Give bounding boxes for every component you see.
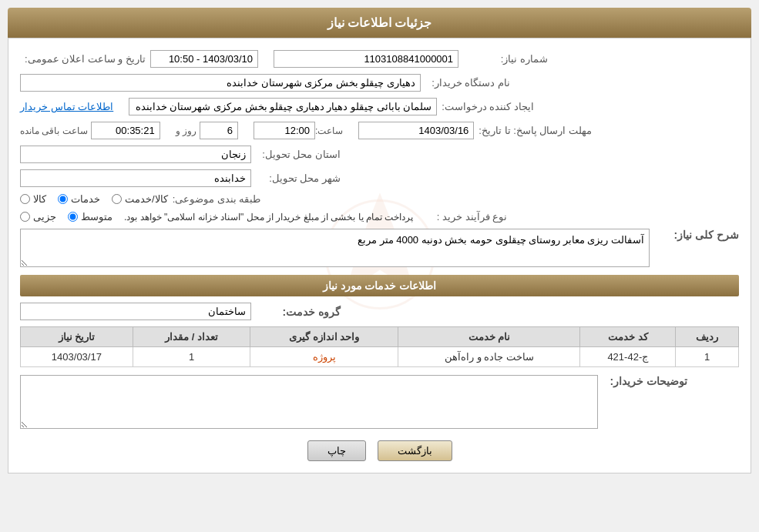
buyer-org-row: نام دستگاه خریدار: [20, 74, 739, 92]
remaining-label: ساعت باقی مانده [20, 125, 88, 136]
purchase-type-label: نوع فرآیند خرید : [422, 211, 507, 223]
buyer-desc-row: توضیحات خریدار: [20, 375, 739, 429]
services-section-label: اطلاعات خدمات مورد نیاز [323, 279, 437, 292]
cell-unit[interactable]: پروژه [250, 347, 398, 367]
need-number-row: شماره نیاز: تاریخ و ساعت اعلان عمومی: [20, 50, 739, 68]
services-section-header: اطلاعات خدمات مورد نیاز [20, 275, 739, 296]
send-time-input [254, 122, 315, 139]
creator-row: ایجاد کننده درخواست: اطلاعات تماس خریدار [20, 98, 739, 115]
buttons-row: بازگشت چاپ [20, 440, 739, 461]
category-label: طبقه بندی موضوعی: [173, 193, 261, 205]
page-header: جزئیات اطلاعات نیاز [8, 8, 751, 38]
description-textarea[interactable]: آسفالت ریزی معابر روستای چیقلوی حومه بخش… [20, 229, 650, 267]
page-title: جزئیات اطلاعات نیاز [327, 16, 432, 29]
back-button[interactable]: بازگشت [378, 440, 452, 461]
announce-datetime-input [150, 50, 258, 68]
cell-date: 1403/03/17 [21, 347, 133, 367]
contact-link[interactable]: اطلاعات تماس خریدار [20, 101, 113, 112]
creator-label: ایجاد کننده درخواست: [442, 101, 534, 112]
buyer-desc-label: توضیحات خریدار: [603, 375, 687, 387]
services-table: ردیف کد خدمت نام خدمت واحد اندازه گیری ت… [20, 326, 739, 367]
purchase-jozii[interactable]: جزیی [20, 211, 56, 223]
category-khadamat-label: خدمات [71, 193, 100, 205]
purchase-jozii-label: جزیی [33, 211, 56, 223]
need-number-label: شماره نیاز: [463, 53, 548, 65]
category-kala-label: کالا [33, 193, 46, 205]
city-row: شهر محل تحویل: [20, 169, 739, 187]
description-label: شرح کلی نیاز: [654, 229, 739, 241]
col-unit: واحد اندازه گیری [250, 327, 398, 347]
purchase-type-radio-group: پرداخت تمام یا بخشی از مبلغ خریدار از مح… [20, 211, 418, 223]
send-date-input [358, 122, 474, 139]
group-input [20, 303, 251, 320]
city-input [20, 169, 251, 187]
cell-qty: 1 [133, 347, 250, 367]
category-khadamat-radio[interactable] [58, 194, 68, 204]
send-time-label: ساعت: [315, 125, 343, 136]
province-row: استان محل تحویل: [20, 146, 739, 163]
province-input [20, 146, 251, 163]
buyer-desc-textarea[interactable] [20, 375, 598, 429]
col-name: نام خدمت [398, 327, 580, 347]
buyer-org-input [20, 74, 421, 92]
purchase-motavaset[interactable]: متوسط [68, 211, 113, 223]
cell-name: ساخت جاده و راه‌آهن [398, 347, 580, 367]
print-button[interactable]: چاپ [307, 440, 366, 461]
category-khadamat[interactable]: خدمات [58, 193, 100, 205]
buyer-org-label: نام دستگاه خریدار: [425, 77, 510, 89]
city-label: شهر محل تحویل: [256, 172, 341, 184]
send-deadline-row: مهلت ارسال پاسخ: تا تاریخ: ساعت: روز و س… [20, 122, 739, 139]
purchase-note: پرداخت تمام یا بخشی از مبلغ خریدار از مح… [124, 212, 413, 223]
send-deadline-label: مهلت ارسال پاسخ: تا تاریخ: [479, 125, 592, 136]
category-radio-group: کالا/خدمت خدمات کالا [20, 193, 168, 205]
purchase-type-row: نوع فرآیند خرید : پرداخت تمام یا بخشی از… [20, 211, 739, 223]
remaining-input [91, 122, 160, 139]
province-label: استان محل تحویل: [256, 149, 341, 160]
purchase-motavaset-label: متوسط [81, 211, 113, 223]
col-date: تاریخ نیاز [21, 327, 133, 347]
need-number-input [274, 50, 458, 68]
description-row: شرح کلی نیاز: آسفالت ریزی معابر روستای چ… [20, 229, 739, 267]
announce-datetime-label: تاریخ و ساعت اعلان عمومی: [25, 53, 146, 65]
table-row: 1 ج-42-421 ساخت جاده و راه‌آهن پروژه 1 1… [21, 347, 739, 367]
purchase-jozii-radio[interactable] [20, 212, 30, 222]
purchase-motavaset-radio[interactable] [68, 212, 78, 222]
creator-input [129, 98, 437, 115]
category-kala-khadamat-label: کالا/خدمت [125, 193, 168, 205]
group-row: گروه خدمت: [20, 303, 739, 320]
category-kala-khadamat[interactable]: کالا/خدمت [112, 193, 168, 205]
group-label: گروه خدمت: [256, 306, 341, 318]
category-kala[interactable]: کالا [20, 193, 46, 205]
col-row: ردیف [676, 327, 739, 347]
category-row: طبقه بندی موضوعی: کالا/خدمت خدمات کالا [20, 193, 739, 205]
send-days-label: روز و [176, 125, 196, 136]
col-qty: تعداد / مقدار [133, 327, 250, 347]
cell-row: 1 [676, 347, 739, 367]
col-code: کد خدمت [580, 327, 676, 347]
category-kala-khadamat-radio[interactable] [112, 194, 122, 204]
category-kala-radio[interactable] [20, 194, 30, 204]
cell-code: ج-42-421 [580, 347, 676, 367]
send-days-input [200, 122, 238, 139]
